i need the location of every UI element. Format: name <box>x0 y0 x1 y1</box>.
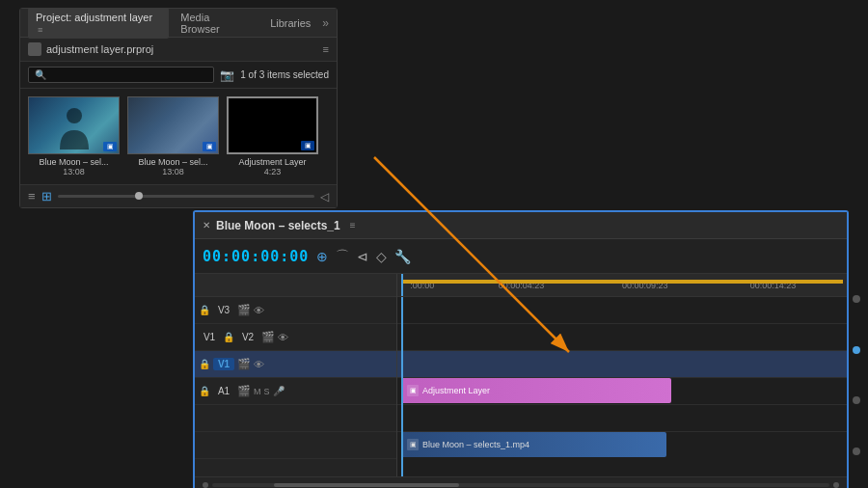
v2-content <box>397 324 847 351</box>
ruler-label-spacer <box>195 274 396 297</box>
slider-thumb <box>135 192 143 200</box>
v1-content: ▣ Adjustment Layer <box>397 351 847 378</box>
right-dot-4 <box>853 447 860 455</box>
search-input-wrap: 🔍 <box>28 67 214 83</box>
thumb-badge-3: ▣ <box>301 141 314 150</box>
track-name-v2: V2 <box>237 332 258 342</box>
right-dot-1 <box>853 295 860 303</box>
search-bar: 🔍 📷 1 of 3 items selected <box>20 62 337 89</box>
size-slider[interactable] <box>58 195 314 198</box>
expand-icon[interactable]: ◁ <box>320 190 329 203</box>
right-dot-2 <box>853 346 860 354</box>
wrench-tool[interactable]: 🔧 <box>394 249 411 264</box>
timeline-header: ✕ Blue Moon – selects_1 ≡ <box>195 212 847 239</box>
clips-area: ▣ Adjustment Layer ▣ Blue Moon – selects… <box>397 297 847 476</box>
eye-icon-v3[interactable]: 👁 <box>254 305 264 316</box>
slip-tool[interactable]: ⊲ <box>357 249 368 264</box>
track-row-v2-v1: V1 🔒 V2 🎬 👁 <box>195 324 396 351</box>
lock-icon-v1[interactable]: 🔒 <box>199 359 210 369</box>
track-name-v3: V3 <box>213 305 234 315</box>
tab-libraries-label: Libraries <box>270 17 311 29</box>
video-clip-label: Blue Moon – selects_1.mp4 <box>422 440 529 449</box>
razor-tool[interactable]: ⌒ <box>336 248 349 265</box>
tab-media-browser[interactable]: Media Browser <box>173 8 258 39</box>
solo-label[interactable]: S <box>264 387 270 396</box>
scroll-track[interactable] <box>212 483 829 487</box>
ripple-tool[interactable]: ⊕ <box>316 249 328 264</box>
thumb-badge-2: ▣ <box>203 142 216 151</box>
video-clip[interactable]: ▣ Blue Moon – selects_1.mp4 <box>401 432 666 457</box>
timeline-scrollbar <box>195 476 847 488</box>
mic-icon[interactable]: 🎤 <box>273 386 285 396</box>
lock-icon-a1[interactable]: 🔒 <box>199 386 210 396</box>
shape-tool[interactable]: ◇ <box>376 249 387 264</box>
tab-media-browser-label: Media Browser <box>180 12 219 35</box>
track-row-a1: 🔒 A1 🎬 M S 🎤 <box>195 378 396 405</box>
list-view-icon[interactable]: ≡ <box>28 189 36 203</box>
right-dot-3 <box>853 396 860 404</box>
track-name-v1: V1 <box>213 358 234 370</box>
panel-more-button[interactable]: » <box>322 16 329 30</box>
track-name-a1: A1 <box>213 386 234 396</box>
project-title: adjustment layer.prproj <box>46 43 153 55</box>
film-icon-v3: 🎬 <box>237 304 251 316</box>
search-input[interactable] <box>46 69 207 80</box>
track-row-v1: 🔒 V1 🎬 👁 <box>195 351 396 378</box>
project-file-icon <box>28 42 41 56</box>
thumbnail-box-1: ▣ <box>28 96 120 154</box>
panel-footer: ≡ ⊞ ◁ <box>20 184 337 207</box>
tab-project-label: Project: adjustment layer <box>36 12 152 23</box>
lock-icon-v2[interactable]: 🔒 <box>223 332 234 342</box>
timeline-title: Blue Moon – selects_1 <box>216 219 340 232</box>
svg-point-0 <box>67 108 82 123</box>
project-menu-icon[interactable]: ≡ <box>323 43 329 55</box>
scroll-thumb[interactable] <box>274 483 459 487</box>
track-labels: 🔒 V3 🎬 👁 V1 🔒 V2 🎬 👁 🔒 V1 🎬 👁 <box>195 274 397 476</box>
thumbnail-box-2: ▣ <box>127 96 219 154</box>
track-name-v1-outer: V1 <box>199 332 220 342</box>
clip-icon-video: ▣ <box>407 439 419 450</box>
ruler-row: :00:00 00:00:04:23 00:00:09:23 00:00:14:… <box>397 274 847 297</box>
eye-icon-v1[interactable]: 👁 <box>254 359 264 370</box>
thumbnail-item-3[interactable]: ▣ Adjustment Layer 4:23 <box>227 96 318 176</box>
thumb-label-3: Adjustment Layer <box>227 157 318 167</box>
ruler-timecodes: :00:00 00:00:04:23 00:00:09:23 00:00:14:… <box>401 274 843 296</box>
timecode-display: 00:00:00:00 <box>203 248 309 265</box>
track-empty-row-2 <box>195 432 396 459</box>
thumb-duration-3: 4:23 <box>264 167 282 176</box>
v3-content <box>397 297 847 324</box>
thumbnail-box-3: ▣ <box>227 96 318 154</box>
panel-tabs: Project: adjustment layer ≡ Media Browse… <box>20 9 337 38</box>
scroll-left-dot[interactable] <box>203 482 208 488</box>
thumbnail-item-1[interactable]: ▣ Blue Moon – sel... 13:08 <box>28 96 120 176</box>
eye-icon-v2[interactable]: 👁 <box>278 332 288 343</box>
lock-icon-v3[interactable]: 🔒 <box>199 305 210 315</box>
timeline-panel: ✕ Blue Moon – selects_1 ≡ 00:00:00:00 ⊕ … <box>193 210 849 488</box>
thumb-label-2: Blue Moon – sel... <box>127 157 219 167</box>
right-dots <box>853 274 860 476</box>
playhead-clips <box>401 297 403 476</box>
a1-content <box>397 405 847 432</box>
items-selected-label: 1 of 3 items selected <box>240 69 329 80</box>
timeline-close-button[interactable]: ✕ <box>203 220 210 230</box>
thumbnail-item-2[interactable]: ▣ Blue Moon – sel... 13:08 <box>127 96 219 176</box>
thumbnails-area: ▣ Blue Moon – sel... 13:08 ▣ Blue Moon –… <box>20 89 337 184</box>
film-icon-v2: 🎬 <box>261 331 275 343</box>
project-panel: Project: adjustment layer ≡ Media Browse… <box>19 8 338 208</box>
v1-video-content: ▣ Blue Moon – selects_1.mp4 <box>397 378 847 405</box>
mute-label[interactable]: M <box>254 387 261 396</box>
film-icon-a1: 🎬 <box>237 385 251 397</box>
film-icon-v1: 🎬 <box>237 358 251 370</box>
tab-libraries[interactable]: Libraries <box>262 14 318 33</box>
project-header: adjustment layer.prproj ≡ <box>20 38 337 62</box>
playhead[interactable] <box>401 274 403 296</box>
camera-icon: 📷 <box>220 68 234 82</box>
person-silhouette-1 <box>50 101 98 149</box>
work-area-bar[interactable] <box>401 280 843 284</box>
tab-project[interactable]: Project: adjustment layer ≡ <box>28 8 169 39</box>
thumb-duration-2: 13:08 <box>162 167 184 176</box>
timeline-menu-icon[interactable]: ≡ <box>350 220 356 230</box>
tab-project-icon: ≡ <box>38 25 42 35</box>
grid-view-icon[interactable]: ⊞ <box>41 189 52 203</box>
scroll-right-dot[interactable] <box>833 482 839 488</box>
